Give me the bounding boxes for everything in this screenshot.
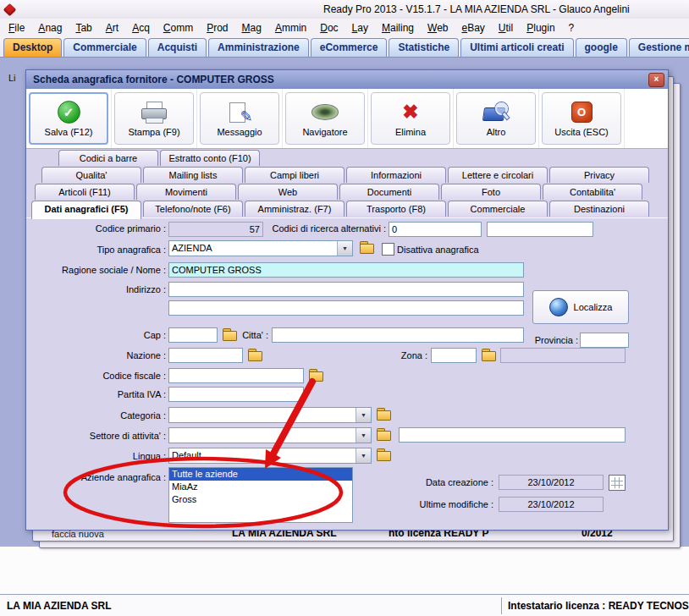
settore-select[interactable]: ▼ [168, 427, 372, 443]
exit-button-label: Uscita (ESC) [554, 127, 609, 137]
menu-item-prod[interactable]: Prod [200, 20, 234, 36]
dialog-title: Scheda anagrafica fornitore - COMPUTER G… [26, 70, 668, 89]
tipo-folder-icon[interactable] [360, 242, 374, 254]
tab-foto[interactable]: Foto [441, 184, 541, 200]
tab-commerciale[interactable]: Commerciale [63, 38, 146, 57]
lingua-value: Default [172, 450, 201, 460]
ricerca-alternativi-field[interactable]: 0 [389, 222, 482, 237]
menu-item-acq[interactable]: Acq [125, 20, 157, 36]
lingua-folder-icon[interactable] [377, 449, 391, 461]
tab-privacy[interactable]: Privacy [549, 167, 649, 183]
codice-primario-label: Codice primario : [26, 223, 166, 234]
tab-row-2: Qualita' Mailing lists Campi liberi Info… [41, 167, 651, 183]
nazione-folder-icon[interactable] [248, 349, 262, 361]
save-button[interactable]: ✓ Salva (F12) [29, 92, 108, 145]
tab-telefono-note[interactable]: Telefono/note (F6) [143, 201, 243, 217]
settore-folder-icon[interactable] [377, 429, 391, 441]
menu-item-ammin[interactable]: Ammin [268, 20, 313, 36]
tab-desktop[interactable]: Desktop [3, 38, 62, 57]
tab-campi-liberi[interactable]: Campi liberi [245, 167, 344, 183]
tab-mailing-lists[interactable]: Mailing lists [143, 167, 243, 183]
tab-trasporto[interactable]: Trasporto (F8) [346, 201, 446, 217]
menu-item-mag[interactable]: Mag [235, 20, 268, 36]
disattiva-label: Disattiva anagrafica [397, 245, 499, 255]
menu-item-tab[interactable]: Tab [69, 20, 98, 36]
list-item-tutte-le-aziende[interactable]: Tutte le aziende [169, 468, 352, 481]
settore-description-field[interactable] [399, 427, 626, 443]
close-icon[interactable]: × [648, 73, 664, 87]
menu-item-plugin[interactable]: Plugin [520, 20, 561, 36]
disattiva-checkbox[interactable] [382, 243, 394, 256]
tab-amministrazione[interactable]: Amministrazione [208, 38, 309, 57]
tab-articoli[interactable]: Articoli (F11) [35, 184, 135, 200]
localizza-button[interactable]: Localizza [532, 290, 629, 324]
menu-item-help[interactable]: ? [562, 20, 582, 36]
menu-item-web[interactable]: Web [421, 20, 455, 36]
tab-google[interactable]: google [576, 38, 627, 57]
tab-contabilita[interactable]: Contabilita' [543, 184, 642, 200]
chevron-down-icon[interactable]: ▼ [356, 448, 371, 463]
lingua-select[interactable]: Default ▼ [168, 448, 372, 464]
menu-item-lay[interactable]: Lay [345, 20, 375, 36]
categoria-folder-icon[interactable] [377, 409, 391, 421]
tab-dati-anagrafici[interactable]: Dati anagrafici (F5) [31, 201, 141, 219]
tab-estratto-conto[interactable]: Estratto conto (F10) [160, 150, 260, 166]
tab-lettere-e-circolari[interactable]: Lettere e circolari [448, 167, 548, 183]
menu-item-art[interactable]: Art [99, 20, 125, 36]
calendar-icon[interactable] [609, 475, 626, 491]
altro-button[interactable]: Altro [456, 92, 536, 145]
main-tab-bar: Desktop Commerciale Acquisti Amministraz… [0, 37, 689, 58]
tab-acquisti[interactable]: Acquisti [148, 38, 207, 57]
tab-movimenti[interactable]: Movimenti [136, 184, 236, 200]
message-button[interactable]: ✎ Messaggio [200, 92, 279, 145]
print-button[interactable]: Stampa (F9) [114, 92, 194, 145]
chevron-down-icon[interactable]: ▼ [356, 408, 371, 422]
chevron-down-icon[interactable]: ▼ [356, 428, 371, 443]
menu-item-util[interactable]: Util [492, 20, 520, 36]
menu-item-anag[interactable]: Anag [31, 20, 69, 36]
menu-item-mailing[interactable]: Mailing [375, 20, 421, 36]
ricerca-alternativi-field-2[interactable] [487, 222, 593, 237]
menu-item-ebay[interactable]: eBay [455, 20, 491, 36]
indirizzo-field-2[interactable] [168, 300, 524, 316]
tab-documenti[interactable]: Documenti [339, 184, 439, 200]
tab-destinazioni[interactable]: Destinazioni [549, 201, 649, 217]
tab-qualita[interactable]: Qualita' [41, 167, 141, 183]
tab-commerciale-scheda[interactable]: Commerciale [448, 201, 548, 217]
list-item-gross[interactable]: Gross [169, 493, 352, 506]
cap-field[interactable] [168, 327, 218, 343]
navigator-button[interactable]: Navigatore [285, 92, 365, 145]
menu-item-file[interactable]: File [2, 20, 31, 36]
zona-field[interactable] [431, 348, 477, 363]
zona-folder-icon[interactable] [482, 349, 496, 361]
tab-gestione-messa[interactable]: Gestione messa [629, 38, 689, 57]
tab-informazioni[interactable]: Informazioni [346, 167, 446, 183]
indirizzo-label: Indirizzo : [26, 284, 166, 294]
categoria-select[interactable]: ▼ [168, 407, 372, 423]
ragione-sociale-field[interactable]: COMPUTER GROSS [168, 262, 524, 278]
dati-anagrafici-panel: Codice primario : 57 Codici di ricerca a… [26, 217, 668, 530]
chevron-down-icon[interactable]: ▼ [337, 241, 352, 256]
tab-web[interactable]: Web [238, 184, 338, 200]
settore-label: Settore di attivita' : [26, 431, 166, 441]
exit-button[interactable]: O Uscita (ESC) [542, 92, 621, 145]
delete-button[interactable]: ✖ Elimina [371, 92, 450, 145]
indirizzo-field-1[interactable] [168, 282, 524, 297]
partita-iva-field[interactable] [168, 387, 304, 402]
list-item-miaaz[interactable]: MiaAz [169, 481, 352, 493]
provincia-field[interactable] [580, 333, 629, 348]
tab-codici-a-barre[interactable]: Codici a barre [58, 150, 158, 166]
tab-ecommerce[interactable]: eCommerce [311, 38, 388, 57]
aziende-listbox[interactable]: Tutte le aziende MiaAz Gross [168, 467, 353, 523]
tab-statistiche[interactable]: Statistiche [389, 38, 459, 57]
codice-fiscale-folder-icon[interactable] [309, 370, 323, 382]
codice-fiscale-field[interactable] [168, 368, 304, 383]
menu-item-doc[interactable]: Doc [313, 20, 344, 36]
menu-item-comm[interactable]: Comm [157, 20, 200, 36]
nazione-field[interactable] [168, 348, 243, 363]
tipo-anagrafica-select[interactable]: AZIENDA ▼ [168, 240, 353, 256]
citta-field[interactable] [272, 327, 524, 343]
zona-description-field [500, 348, 626, 363]
tab-amministraz[interactable]: Amministraz. (F7) [245, 201, 344, 217]
tab-ultimi-articoli-creati[interactable]: Ultimi articoli creati [460, 38, 573, 57]
